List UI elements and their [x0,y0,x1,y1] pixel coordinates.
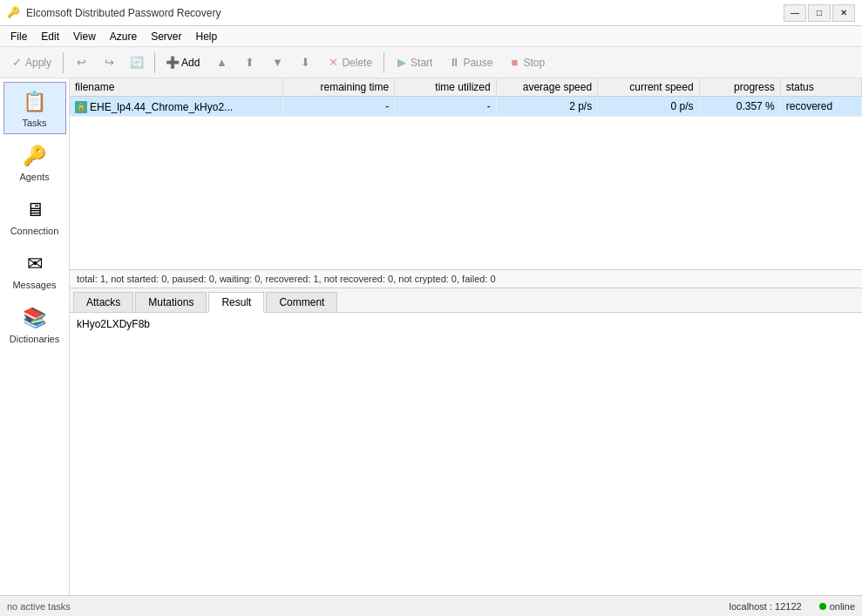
statusbar: no active tasks localhost : 12122 online [0,595,862,616]
agents-icon: 🔑 [21,142,49,170]
messages-icon: ✉ [21,250,49,278]
undo-button[interactable]: ↩ [68,51,94,75]
connection-label: Connection [10,226,59,236]
tab-mutations[interactable]: Mutations [135,292,207,312]
sidebar-item-agents[interactable]: 🔑 Agents [3,136,66,188]
move-up-icon: ▲ [215,57,227,69]
cell-status: recovered [780,97,861,117]
toolbar-separator-3 [383,52,384,73]
dictionaries-label: Dictionaries [10,334,59,344]
table-row[interactable]: 🔒EHE_lp4.44_Chrome_kHyo2...--2 p/s0 p/s0… [70,97,862,117]
menu-item-help[interactable]: Help [189,29,225,44]
col-average-speed: average speed [496,78,597,97]
move-down-button[interactable]: ▼ [264,51,290,75]
sidebar-item-tasks[interactable]: 📋 Tasks [3,82,66,134]
refresh-button[interactable]: 🔄 [124,51,150,75]
start-button[interactable]: ▶ Start [389,51,439,75]
col-time-utilized: time utilized [395,78,496,97]
tab-content-result: kHyo2LXDyF8b [70,313,862,595]
add-icon: ➕ [166,57,179,69]
cell-filename: 🔒EHE_lp4.44_Chrome_kHyo2... [70,97,283,117]
menu-item-view[interactable]: View [66,29,103,44]
maximize-button[interactable]: □ [808,4,831,22]
file-icon: 🔒 [75,101,87,113]
apply-icon: ✓ [10,57,23,69]
toolbar-separator-1 [63,52,64,73]
cell-progress: 0.357 % [699,97,780,117]
col-filename: filename [70,78,283,97]
stop-icon: ■ [508,57,520,69]
tab-result[interactable]: Result [208,292,264,313]
statusbar-host: localhost : 12122 [729,601,801,612]
close-button[interactable]: ✕ [832,4,855,22]
pause-button[interactable]: ⏸ Pause [441,51,499,75]
status-summary: total: 1, not started: 0, paused: 0, wai… [70,270,862,288]
online-indicator [819,603,826,610]
menu-item-file[interactable]: File [3,29,34,44]
col-status: status [780,78,861,97]
move-bottom-icon: ⬇ [299,57,311,69]
app-title: Elcomsoft Distributed Password Recovery [26,7,784,19]
tasks-icon: 📋 [21,88,49,116]
tab-attacks[interactable]: Attacks [73,292,133,312]
sidebar-item-messages[interactable]: ✉ Messages [3,244,66,296]
tasks-table: filename remaining time time utilized av… [70,78,862,117]
cell-average-speed: 2 p/s [496,97,597,117]
undo-icon: ↩ [75,57,87,69]
col-progress: progress [699,78,780,97]
app-icon: 🔑 [7,6,21,20]
tab-comment[interactable]: Comment [266,292,337,312]
toolbar: ✓ Apply ↩ ↪ 🔄 ➕ Add ▲ ⬆ ▼ ⬇ ✕ Delete ▶ S… [0,47,862,78]
delete-icon: ✕ [327,57,339,69]
messages-label: Messages [12,280,56,290]
titlebar: 🔑 Elcomsoft Distributed Password Recover… [0,0,862,26]
tab-content-wrapper: kHyo2LXDyF8b [70,313,862,595]
col-remaining-time: remaining time [283,78,395,97]
content-area: filename remaining time time utilized av… [70,78,862,595]
tasks-label: Tasks [22,118,46,128]
menubar: FileEditViewAzureServerHelp [0,26,862,47]
delete-button[interactable]: ✕ Delete [320,51,379,75]
dictionaries-icon: 📚 [21,304,49,332]
tabs-container: Attacks Mutations Result Comment [70,288,862,313]
toolbar-separator-2 [154,52,155,73]
move-bottom-button[interactable]: ⬇ [292,51,318,75]
connection-icon: 🖥 [21,196,49,224]
online-label: online [830,601,855,612]
window-controls: — □ ✕ [784,4,855,22]
apply-button[interactable]: ✓ Apply [3,51,58,75]
minimize-button[interactable]: — [784,4,806,22]
menu-item-edit[interactable]: Edit [34,29,66,44]
pause-icon: ⏸ [448,57,460,69]
sidebar-item-dictionaries[interactable]: 📚 Dictionaries [3,298,66,350]
sidebar: 📋 Tasks 🔑 Agents 🖥 Connection ✉ Messages… [0,78,70,595]
cell-current-speed: 0 p/s [598,97,699,117]
agents-label: Agents [19,172,49,182]
stop-button[interactable]: ■ Stop [501,51,552,75]
add-button[interactable]: ➕ Add [160,51,207,75]
cell-remaining-time: - [283,97,395,117]
statusbar-online: online [819,601,855,612]
menu-item-azure[interactable]: Azure [103,29,144,44]
cell-time-utilized: - [395,97,496,117]
col-current-speed: current speed [598,78,699,97]
move-down-icon: ▼ [271,57,283,69]
start-icon: ▶ [396,57,408,69]
move-top-button[interactable]: ⬆ [236,51,262,75]
move-up-button[interactable]: ▲ [208,51,234,75]
refresh-icon: 🔄 [131,57,143,69]
redo-button[interactable]: ↪ [96,51,122,75]
statusbar-tasks: no active tasks [7,601,711,612]
result-text: kHyo2LXDyF8b [77,318,855,330]
main-layout: 📋 Tasks 🔑 Agents 🖥 Connection ✉ Messages… [0,78,862,595]
move-top-icon: ⬆ [243,57,255,69]
redo-icon: ↪ [103,57,115,69]
tasks-table-container: filename remaining time time utilized av… [70,78,862,270]
sidebar-item-connection[interactable]: 🖥 Connection [3,190,66,242]
menu-item-server[interactable]: Server [144,29,188,44]
